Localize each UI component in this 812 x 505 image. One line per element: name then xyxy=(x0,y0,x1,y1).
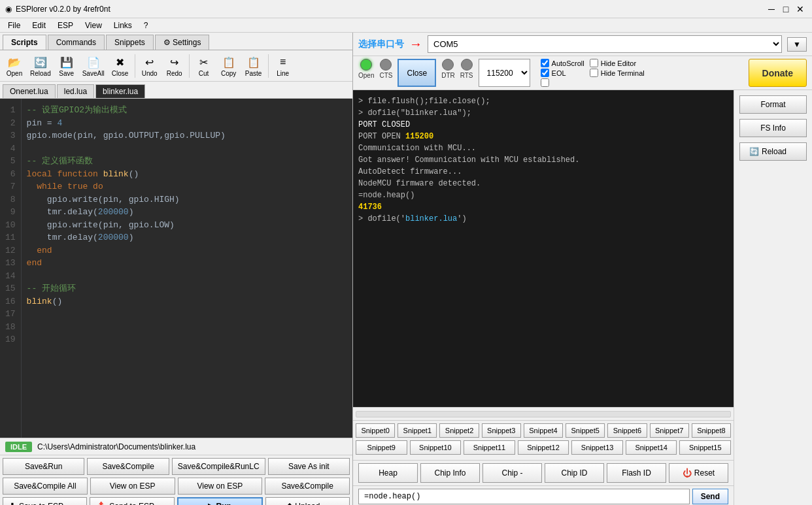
save-run-button[interactable]: Save&Run xyxy=(3,458,84,475)
paste-button[interactable]: 📋 Paste xyxy=(242,53,265,78)
save-button[interactable]: 💾 Save xyxy=(55,53,78,78)
save-compile-all-button[interactable]: Save&Compile All xyxy=(3,478,88,495)
menu-help[interactable]: ? xyxy=(139,20,154,31)
snippet-12-button[interactable]: Snippet12 xyxy=(518,440,569,455)
maximize-button[interactable]: □ xyxy=(779,3,792,16)
open-led xyxy=(360,59,372,71)
send-button[interactable]: Send xyxy=(692,489,728,504)
snippet-15-button[interactable]: Snippet15 xyxy=(679,440,731,455)
hide-terminal-checkbox[interactable] xyxy=(590,69,598,77)
right-inner: 选择串口号 → COM5 ▼ Open CTS Close xyxy=(353,33,812,505)
redo-button[interactable]: ↪ Redo xyxy=(163,53,186,78)
cut-button[interactable]: ✂ Cut xyxy=(192,53,216,78)
eol-checkbox-label[interactable]: EOL xyxy=(541,69,584,77)
cts-group: CTS xyxy=(379,59,392,87)
hide-editor-checkbox-label[interactable]: Hide Editor xyxy=(590,59,645,67)
snippet-14-button[interactable]: Snippet14 xyxy=(626,440,677,455)
autoscroll-checkbox[interactable] xyxy=(541,59,549,67)
menu-links[interactable]: Links xyxy=(109,20,137,31)
eol-checkbox[interactable] xyxy=(541,69,549,77)
reload-button[interactable]: 🔄 Reload xyxy=(27,53,54,78)
tab-snippets[interactable]: Snippets xyxy=(106,35,154,50)
snippet-9-button[interactable]: Snippet9 xyxy=(356,440,407,455)
snippet-7-button[interactable]: Snippet7 xyxy=(650,423,689,438)
open-button[interactable]: 📂 Open xyxy=(3,53,26,78)
tab-commands[interactable]: Commands xyxy=(48,35,105,50)
snippet-8-button[interactable]: Snippet8 xyxy=(692,423,731,438)
tab-settings[interactable]: ⚙ Settings xyxy=(155,35,210,50)
save-as-init-button[interactable]: Save As init xyxy=(268,458,350,475)
view-on-esp-button-1[interactable]: View on ESP xyxy=(90,478,175,495)
hide-editor-checkbox[interactable] xyxy=(590,59,598,67)
menu-esp[interactable]: ESP xyxy=(52,20,78,31)
close-port-button[interactable]: Close xyxy=(398,59,436,87)
cut-label: Cut xyxy=(199,70,209,77)
open-icon: 📂 xyxy=(7,54,22,70)
left-panel: Scripts Commands Snippets ⚙ Settings 📂 O… xyxy=(0,33,353,505)
file-tab-led[interactable]: led.lua xyxy=(57,84,94,98)
chip-id-button[interactable]: Chip ID xyxy=(545,463,604,483)
snippet-10-button[interactable]: Snippet10 xyxy=(410,440,462,455)
chip-info-button[interactable]: Chip Info xyxy=(420,463,480,483)
line-numbers: 12345 678910 1112131415 16171819 xyxy=(0,99,22,438)
save-compile-button[interactable]: Save&Compile xyxy=(87,458,169,475)
copy-button[interactable]: 📋 Copy xyxy=(217,53,241,78)
cb3-checkbox[interactable] xyxy=(541,78,549,87)
flash-id-button[interactable]: Flash ID xyxy=(607,463,666,483)
com-port-select[interactable]: COM5 xyxy=(428,35,782,53)
terminal[interactable]: > file.flush();file.close(); > dofile("b… xyxy=(353,90,734,407)
code-content[interactable]: -- 设置GPIO2为输出模式 pin = 4 gpio.mode(pin, g… xyxy=(22,99,352,438)
menu-view[interactable]: View xyxy=(80,20,107,31)
undo-button[interactable]: ↩ Undo xyxy=(138,53,161,78)
reset-button[interactable]: ⏻ Reset xyxy=(669,463,728,483)
reload-side-button[interactable]: 🔄 Reload xyxy=(739,142,807,161)
horizontal-scrollbar[interactable] xyxy=(356,411,731,417)
menu-edit[interactable]: Edit xyxy=(27,20,51,31)
snippet-0-button[interactable]: Snippet0 xyxy=(356,423,395,438)
cb3-checkbox-label[interactable] xyxy=(541,78,584,87)
file-tab-blinker[interactable]: blinker.lua xyxy=(95,84,145,98)
send-to-esp-button[interactable]: 📤 Send to ESP xyxy=(90,497,174,505)
toolbar: 📂 Open 🔄 Reload 💾 Save 📄 SaveAll ✖ Close xyxy=(0,50,352,82)
donate-button[interactable]: Donate xyxy=(749,59,807,87)
hide-terminal-checkbox-label[interactable]: Hide Terminal xyxy=(590,69,645,77)
term-line-nodemcu: NodeMCU firmware detected. xyxy=(358,178,728,189)
snippet-3-button[interactable]: Snippet3 xyxy=(482,423,521,438)
com-dropdown-button[interactable]: ▼ xyxy=(787,37,807,52)
code-editor[interactable]: 12345 678910 1112131415 16171819 -- 设置GP… xyxy=(0,99,352,438)
fs-info-button[interactable]: FS Info xyxy=(739,119,807,137)
tab-scripts[interactable]: Scripts xyxy=(3,35,46,50)
save-compile-runlc-button[interactable]: Save&Compile&RunLC xyxy=(172,458,265,475)
snippet-13-button[interactable]: Snippet13 xyxy=(571,440,623,455)
saveall-button[interactable]: 📄 SaveAll xyxy=(80,53,107,78)
view-on-esp-button-2[interactable]: View on ESP xyxy=(178,478,263,495)
open-label: Open xyxy=(7,70,22,77)
snippet-1-button[interactable]: Snippet1 xyxy=(398,423,437,438)
save-compile-button-2[interactable]: Save&Compile xyxy=(265,478,350,495)
close-file-icon: ✖ xyxy=(112,54,128,70)
snippet-2-button[interactable]: Snippet2 xyxy=(439,423,479,438)
redo-label: Redo xyxy=(167,70,182,77)
save-to-esp-button[interactable]: ⬇ Save to ESP xyxy=(3,497,87,505)
cts-label: CTS xyxy=(379,72,392,79)
close-window-button[interactable]: ✕ xyxy=(794,3,807,16)
close-file-button[interactable]: ✖ Close xyxy=(109,53,132,78)
file-tab-onenet[interactable]: Onenet.lua xyxy=(3,84,56,98)
baud-rate-select[interactable]: 115200 9600 19200 38400 57600 230400 460… xyxy=(479,59,530,87)
chip-dash-button[interactable]: Chip - xyxy=(482,463,542,483)
run-button[interactable]: ▶ Run xyxy=(177,497,263,505)
heap-button[interactable]: Heap xyxy=(358,463,418,483)
status-idle-badge: IDLE xyxy=(5,442,32,452)
reset-icon: ⏻ xyxy=(683,468,692,478)
snippet-6-button[interactable]: Snippet6 xyxy=(607,423,647,438)
snippet-4-button[interactable]: Snippet4 xyxy=(524,423,563,438)
upload-button[interactable]: ⬆ Upload ... xyxy=(265,497,350,505)
format-button[interactable]: Format xyxy=(739,95,807,114)
minimize-button[interactable]: ─ xyxy=(765,3,778,16)
snippet-5-button[interactable]: Snippet5 xyxy=(566,423,605,438)
command-input[interactable] xyxy=(358,489,690,504)
snippet-11-button[interactable]: Snippet11 xyxy=(464,440,515,455)
line-button[interactable]: ≡ Line xyxy=(271,53,295,78)
menu-file[interactable]: File xyxy=(3,20,25,31)
autoscroll-checkbox-label[interactable]: AutoScroll xyxy=(541,59,584,67)
